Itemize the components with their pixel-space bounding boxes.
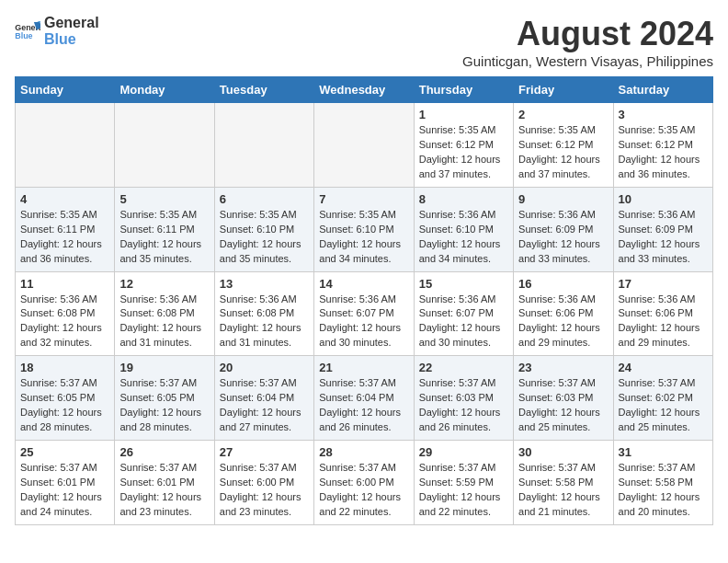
daylight-label: Daylight: 12 hours <box>220 490 309 505</box>
header-friday: Friday <box>514 77 613 103</box>
calendar-cell: 5Sunrise: 5:35 AMSunset: 6:11 PMDaylight… <box>115 187 214 271</box>
daylight-label: Daylight: 12 hours <box>220 321 309 336</box>
calendar-cell <box>314 103 414 188</box>
daylight-label: Daylight: 12 hours <box>518 153 608 167</box>
sunset-info: Sunset: 6:08 PM <box>119 306 209 321</box>
daylight-label: Daylight: 12 hours <box>419 321 508 336</box>
calendar-cell: 28Sunrise: 5:37 AMSunset: 6:00 PMDayligh… <box>314 441 414 525</box>
day-info: Sunrise: 5:36 AMSunset: 6:07 PMDaylight:… <box>319 293 408 351</box>
header-saturday: Saturday <box>613 77 712 103</box>
day-info: Sunrise: 5:36 AMSunset: 6:08 PMDaylight:… <box>220 293 309 351</box>
daylight-minutes: and 35 minutes. <box>220 252 309 267</box>
daylight-label: Daylight: 12 hours <box>319 321 408 336</box>
calendar-cell: 11Sunrise: 5:36 AMSunset: 6:08 PMDayligh… <box>16 271 115 356</box>
day-info: Sunrise: 5:37 AMSunset: 5:58 PMDaylight:… <box>619 461 708 520</box>
sunrise-info: Sunrise: 5:36 AM <box>319 293 408 307</box>
calendar-cell: 17Sunrise: 5:36 AMSunset: 6:06 PMDayligh… <box>613 271 712 356</box>
day-info: Sunrise: 5:37 AMSunset: 6:00 PMDaylight:… <box>220 461 309 520</box>
daylight-minutes: and 25 minutes. <box>619 420 708 435</box>
daylight-label: Daylight: 12 hours <box>619 490 708 505</box>
daylight-label: Daylight: 12 hours <box>119 406 209 420</box>
month-year-title: August 2024 <box>462 15 713 53</box>
calendar-cell: 21Sunrise: 5:37 AMSunset: 6:04 PMDayligh… <box>314 356 414 441</box>
header-thursday: Thursday <box>414 77 513 103</box>
svg-text:Blue: Blue <box>15 31 32 40</box>
daylight-label: Daylight: 12 hours <box>619 153 708 167</box>
week-row-2: 4Sunrise: 5:35 AMSunset: 6:11 PMDaylight… <box>16 187 713 271</box>
sunset-info: Sunset: 6:00 PM <box>319 476 408 490</box>
calendar-cell: 1Sunrise: 5:35 AMSunset: 6:12 PMDaylight… <box>414 103 513 188</box>
daylight-label: Daylight: 12 hours <box>20 321 109 336</box>
logo-blue-text: Blue <box>44 31 99 48</box>
day-info: Sunrise: 5:37 AMSunset: 6:04 PMDaylight:… <box>220 376 309 435</box>
calendar-cell: 14Sunrise: 5:36 AMSunset: 6:07 PMDayligh… <box>314 271 414 356</box>
calendar-cell: 7Sunrise: 5:35 AMSunset: 6:10 PMDaylight… <box>314 187 414 271</box>
daylight-label: Daylight: 12 hours <box>419 490 508 505</box>
sunset-info: Sunset: 5:59 PM <box>419 476 508 490</box>
day-number: 6 <box>220 192 309 206</box>
calendar-cell: 25Sunrise: 5:37 AMSunset: 6:01 PMDayligh… <box>16 441 115 525</box>
day-number: 27 <box>220 445 309 459</box>
day-number: 26 <box>119 445 209 459</box>
sunset-info: Sunset: 6:09 PM <box>619 223 708 237</box>
logo-icon: General Blue <box>15 21 40 41</box>
day-info: Sunrise: 5:37 AMSunset: 6:02 PMDaylight:… <box>619 376 708 435</box>
sunrise-info: Sunrise: 5:35 AM <box>619 123 708 138</box>
daylight-label: Daylight: 12 hours <box>319 406 408 420</box>
sunrise-info: Sunrise: 5:37 AM <box>119 461 209 476</box>
daylight-minutes: and 26 minutes. <box>319 420 408 435</box>
daylight-minutes: and 31 minutes. <box>220 336 309 350</box>
week-row-5: 25Sunrise: 5:37 AMSunset: 6:01 PMDayligh… <box>16 441 713 525</box>
sunset-info: Sunset: 6:09 PM <box>518 223 608 237</box>
daylight-minutes: and 30 minutes. <box>319 336 408 350</box>
calendar-cell: 27Sunrise: 5:37 AMSunset: 6:00 PMDayligh… <box>214 441 313 525</box>
daylight-label: Daylight: 12 hours <box>518 321 608 336</box>
daylight-minutes: and 37 minutes. <box>419 167 508 182</box>
calendar-cell: 9Sunrise: 5:36 AMSunset: 6:09 PMDaylight… <box>514 187 613 271</box>
calendar-cell: 4Sunrise: 5:35 AMSunset: 6:11 PMDaylight… <box>16 187 115 271</box>
daylight-label: Daylight: 12 hours <box>20 490 109 505</box>
sunrise-info: Sunrise: 5:36 AM <box>419 293 508 307</box>
location-subtitle: Guinticgan, Western Visayas, Philippines <box>462 53 713 69</box>
daylight-label: Daylight: 12 hours <box>419 237 508 252</box>
day-number: 5 <box>119 192 209 206</box>
sunset-info: Sunset: 6:04 PM <box>319 391 408 406</box>
sunrise-info: Sunrise: 5:36 AM <box>20 293 109 307</box>
sunset-info: Sunset: 6:08 PM <box>20 306 109 321</box>
sunset-info: Sunset: 6:12 PM <box>419 138 508 153</box>
sunrise-info: Sunrise: 5:35 AM <box>119 208 209 223</box>
sunrise-info: Sunrise: 5:35 AM <box>419 123 508 138</box>
daylight-minutes: and 34 minutes. <box>319 252 408 267</box>
calendar-cell: 24Sunrise: 5:37 AMSunset: 6:02 PMDayligh… <box>613 356 712 441</box>
sunset-info: Sunset: 6:02 PM <box>619 391 708 406</box>
daylight-label: Daylight: 12 hours <box>518 406 608 420</box>
daylight-minutes: and 23 minutes. <box>220 505 309 520</box>
daylight-label: Daylight: 12 hours <box>419 406 508 420</box>
day-info: Sunrise: 5:37 AMSunset: 5:59 PMDaylight:… <box>419 461 508 520</box>
day-number: 14 <box>319 277 408 291</box>
day-number: 21 <box>319 361 408 374</box>
daylight-minutes: and 22 minutes. <box>319 505 408 520</box>
daylight-minutes: and 33 minutes. <box>518 252 608 267</box>
day-info: Sunrise: 5:36 AMSunset: 6:06 PMDaylight:… <box>619 293 708 351</box>
daylight-minutes: and 21 minutes. <box>518 505 608 520</box>
title-block: August 2024 Guinticgan, Western Visayas,… <box>462 15 713 69</box>
calendar-cell <box>16 103 115 188</box>
daylight-minutes: and 22 minutes. <box>419 505 508 520</box>
sunset-info: Sunset: 6:05 PM <box>20 391 109 406</box>
sunset-info: Sunset: 6:04 PM <box>220 391 309 406</box>
sunrise-info: Sunrise: 5:37 AM <box>419 376 508 391</box>
daylight-label: Daylight: 12 hours <box>619 237 708 252</box>
sunrise-info: Sunrise: 5:35 AM <box>518 123 608 138</box>
day-info: Sunrise: 5:36 AMSunset: 6:09 PMDaylight:… <box>518 208 608 267</box>
calendar-cell: 15Sunrise: 5:36 AMSunset: 6:07 PMDayligh… <box>414 271 513 356</box>
sunset-info: Sunset: 6:03 PM <box>419 391 508 406</box>
day-info: Sunrise: 5:35 AMSunset: 6:10 PMDaylight:… <box>319 208 408 267</box>
calendar-cell: 18Sunrise: 5:37 AMSunset: 6:05 PMDayligh… <box>16 356 115 441</box>
sunset-info: Sunset: 6:10 PM <box>419 223 508 237</box>
calendar-cell: 20Sunrise: 5:37 AMSunset: 6:04 PMDayligh… <box>214 356 313 441</box>
day-info: Sunrise: 5:35 AMSunset: 6:12 PMDaylight:… <box>619 123 708 182</box>
calendar-cell: 6Sunrise: 5:35 AMSunset: 6:10 PMDaylight… <box>214 187 313 271</box>
sunrise-info: Sunrise: 5:36 AM <box>619 208 708 223</box>
weekday-header-row: SundayMondayTuesdayWednesdayThursdayFrid… <box>16 77 713 103</box>
